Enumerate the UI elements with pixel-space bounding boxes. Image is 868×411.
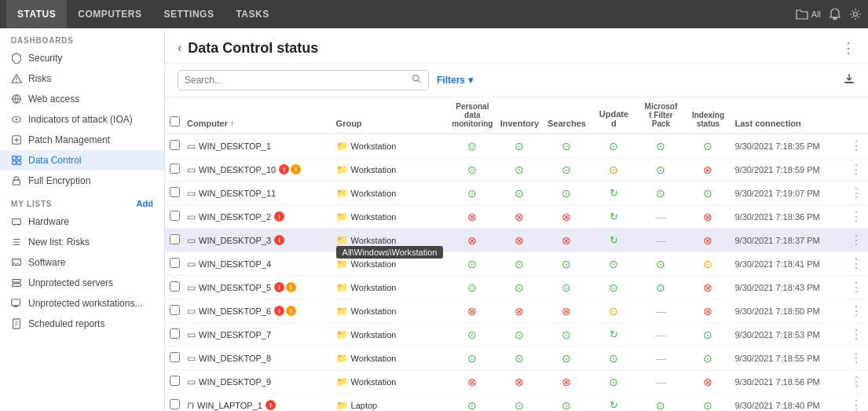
tab-status[interactable]: STATUS — [6, 0, 67, 28]
folder-all-button[interactable]: All — [796, 8, 821, 20]
tab-computers[interactable]: COMPUTERS — [67, 0, 152, 28]
svg-rect-8 — [17, 161, 20, 164]
sidebar-item-hardware[interactable]: Hardware — [0, 211, 164, 232]
sidebar-item-encryption-label: Full Encryption — [28, 175, 90, 186]
sidebar-item-unprotected-workstations[interactable]: Unprotected workstations... — [0, 293, 164, 314]
row-checkbox[interactable] — [170, 376, 180, 386]
updated-status: ⊙ — [590, 299, 637, 323]
ms-filter-col-header: Microsoft FilterPack — [637, 97, 684, 134]
row-menu-button[interactable]: ⋮ — [844, 394, 868, 412]
sidebar-item-risks[interactable]: Risks — [0, 68, 164, 89]
ms-filter-status: — — [637, 205, 684, 229]
sidebar-item-data-control[interactable]: Data Control — [0, 150, 164, 171]
row-menu-button[interactable]: ⋮ — [844, 299, 868, 323]
inventory-status: ⊗ — [496, 205, 543, 229]
sidebar-item-ioa[interactable]: Indicators of attack (IOA) — [0, 109, 164, 130]
group-cell: 📁 Workstation — [333, 347, 449, 370]
inventory-status: ⊗ — [496, 229, 543, 252]
top-navigation: STATUS COMPUTERS SETTINGS TASKS All — [0, 0, 868, 28]
row-checkbox[interactable] — [170, 187, 180, 197]
table-row: ▭ WIN_DESKTOP_4 📁 Workstation ⊙ ⊙ ⊙ ⊙ ⊙ … — [165, 252, 868, 276]
row-checkbox[interactable] — [170, 211, 180, 221]
sidebar-item-patch[interactable]: Patch Management — [0, 130, 164, 150]
filter-button[interactable]: Filters ▾ — [437, 75, 473, 86]
updated-status: ⊙ — [590, 134, 637, 158]
row-checkbox[interactable] — [170, 140, 180, 150]
add-list-button[interactable]: Add — [137, 199, 153, 208]
export-button[interactable] — [843, 73, 855, 88]
computer-name: WIN_LAPTOP_1 — [197, 401, 262, 410]
group-cell: 📁 Workstation — [333, 370, 449, 394]
computer-name-cell: ⊓ WIN_LAPTOP_1 ! — [184, 394, 333, 412]
select-all-checkbox[interactable] — [170, 116, 180, 127]
row-menu-button[interactable]: ⋮ — [844, 370, 868, 394]
group-cell: 📁 Workstation — [333, 182, 449, 205]
sidebar-item-scheduled-reports[interactable]: Scheduled reports — [0, 314, 164, 334]
sidebar-item-web-access[interactable]: Web access — [0, 89, 164, 109]
tab-settings[interactable]: SETTINGS — [152, 0, 225, 28]
computer-name-cell: ▭ WIN_DESKTOP_3 ! — [184, 229, 333, 252]
computer-name-cell: ▭ WIN_DESKTOP_6 !! — [184, 299, 333, 323]
back-button[interactable]: ‹ — [178, 41, 181, 55]
searches-status: ⊙ — [543, 347, 590, 370]
sidebar-item-unprotected-servers[interactable]: Unprotected servers — [0, 273, 164, 293]
svg-rect-10 — [13, 219, 21, 225]
group-cell: 📁 Workstation — [333, 205, 449, 229]
computer-name-cell: ▭ WIN_DESKTOP_1 — [184, 134, 333, 158]
computer-name-cell: ▭ WIN_DESKTOP_8 — [184, 347, 333, 370]
row-menu-button[interactable]: ⋮ — [844, 347, 868, 370]
row-menu-button[interactable]: ⋮ — [844, 205, 868, 229]
row-menu-button[interactable]: ⋮ — [844, 252, 868, 276]
settings-button[interactable] — [849, 8, 862, 20]
row-menu-button[interactable]: ⋮ — [844, 182, 868, 205]
sidebar-item-patch-label: Patch Management — [28, 134, 110, 145]
group-cell: 📁 Workstation All\Windows\Workstation — [333, 229, 449, 252]
ms-filter-status: — — [637, 370, 684, 394]
row-menu-button[interactable]: ⋮ — [844, 229, 868, 252]
ms-filter-status: ⊙ — [637, 134, 684, 158]
computer-name: WIN_DESKTOP_2 — [199, 212, 271, 222]
updated-status: ⊙ — [590, 252, 637, 276]
table-row: ⊓ WIN_LAPTOP_1 ! 📁 Laptop ⊙ ⊙ ⊙ ↻ ⊙ ⊙ 9/… — [165, 394, 868, 412]
dashboards-label: DASHBOARDS — [0, 28, 164, 48]
svg-rect-7 — [13, 161, 16, 164]
folder-icon — [796, 8, 808, 20]
computer-name: WIN_DESKTOP_10 — [199, 165, 276, 174]
row-menu-button[interactable]: ⋮ — [844, 276, 868, 299]
updated-status: ⊙ — [590, 276, 637, 299]
indexing-status: ⊙ — [684, 323, 731, 347]
last-connection: 9/30/2021 7:18:59 PM — [731, 158, 844, 182]
sidebar-item-encryption[interactable]: Full Encryption — [0, 171, 164, 191]
computer-name-cell: ▭ WIN_DESKTOP_7 — [184, 323, 333, 347]
computer-name-cell: ▭ WIN_DESKTOP_11 — [184, 182, 333, 205]
row-checkbox[interactable] — [170, 234, 180, 244]
row-checkbox[interactable] — [170, 163, 180, 174]
svg-rect-17 — [844, 82, 854, 83]
sidebar-item-software[interactable]: Software — [0, 252, 164, 273]
searches-status: ⊗ — [543, 205, 590, 229]
computer-col-header[interactable]: Computer ↑ — [184, 97, 333, 134]
row-checkbox[interactable] — [170, 399, 180, 409]
row-menu-button[interactable]: ⋮ — [844, 134, 868, 158]
row-checkbox[interactable] — [170, 258, 180, 268]
sidebar-item-new-list-risks[interactable]: New list: Risks — [0, 232, 164, 252]
header-menu-button[interactable]: ⋮ — [841, 39, 855, 57]
row-menu-button[interactable]: ⋮ — [844, 323, 868, 347]
updated-status: ⊙ — [590, 158, 637, 182]
inventory-status: ⊙ — [496, 158, 543, 182]
sidebar-item-security[interactable]: Security — [0, 48, 164, 68]
row-menu-button[interactable]: ⋮ — [844, 158, 868, 182]
search-input[interactable] — [185, 75, 407, 86]
row-checkbox[interactable] — [170, 305, 180, 315]
sidebar-item-risks-label: Risks — [28, 73, 51, 84]
notifications-button[interactable] — [829, 8, 841, 20]
last-connection: 9/30/2021 7:18:41 PM — [731, 252, 844, 276]
table-row: ▭ WIN_DESKTOP_2 ! 📁 Workstation ⊗ ⊗ ⊗ ↻ … — [165, 205, 868, 229]
personal-data-status: ⊙ — [449, 158, 496, 182]
indexing-status: ⊙ — [684, 182, 731, 205]
tab-tasks[interactable]: TASKS — [225, 0, 280, 28]
row-checkbox[interactable] — [170, 328, 180, 339]
row-checkbox[interactable] — [170, 281, 180, 292]
row-checkbox[interactable] — [170, 352, 180, 362]
updated-status: ↻ — [590, 323, 637, 347]
